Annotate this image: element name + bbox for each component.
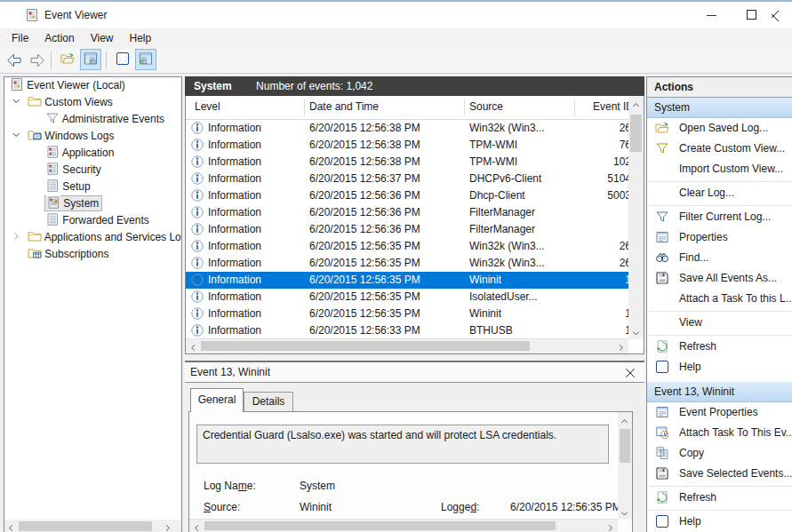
tree-item-label: Subscriptions [44, 248, 108, 260]
close-button[interactable] [772, 2, 792, 28]
maximize-button[interactable] [732, 2, 772, 28]
scroll-left-icon[interactable] [187, 339, 200, 353]
menu-file[interactable]: File [4, 28, 36, 48]
open-saved-log-button[interactable] [57, 49, 78, 70]
event-row[interactable]: Information6/20/2015 12:56:35 PMWin32k (… [186, 255, 644, 272]
column-separator[interactable] [304, 99, 305, 116]
action-filter-current-log[interactable]: Filter Current Log... [647, 207, 792, 227]
scroll-left-icon[interactable] [4, 520, 18, 532]
minimize-button[interactable] [692, 2, 732, 28]
tree-item-administrative-events[interactable]: Administrative Events [4, 111, 181, 128]
preview-title: Event 13, Wininit [190, 366, 270, 378]
action-label: Filter Current Log... [679, 210, 771, 223]
tree-item-system[interactable]: System [4, 195, 181, 212]
tree-hscroll-thumb[interactable] [19, 521, 152, 531]
list-vertical-scrollbar[interactable] [628, 96, 644, 339]
tree-item-label: Windows Logs [44, 130, 114, 142]
event-id: 26 [559, 255, 631, 272]
detail-vertical-scrollbar[interactable] [618, 412, 632, 520]
tree-item-setup[interactable]: Setup [4, 179, 181, 195]
action-help[interactable]: ?Help [647, 357, 792, 377]
svg-text:?: ? [120, 53, 125, 65]
event-row[interactable]: Information6/20/2015 12:56:38 PMWin32k (… [186, 120, 644, 137]
action-label: Attach Task To This Ev... [679, 426, 792, 439]
tree-item-application[interactable]: Application [4, 145, 181, 162]
event-row[interactable]: Information6/20/2015 12:56:33 PMBTHUSB1 [186, 322, 644, 339]
info-icon [190, 155, 204, 169]
action-refresh[interactable]: Refresh [647, 337, 792, 357]
event-row-selected[interactable]: Information6/20/2015 12:56:35 PMWininit1 [186, 272, 644, 289]
column-separator[interactable] [574, 99, 575, 116]
scroll-left-icon[interactable] [190, 520, 204, 532]
tree-item-event-viewer-local[interactable]: Event Viewer (Local) [4, 77, 181, 94]
event-row[interactable]: Information6/20/2015 12:56:36 PMFilterMa… [186, 221, 644, 238]
list-vscroll-thumb[interactable] [630, 115, 642, 152]
help-button[interactable]: ? [112, 49, 133, 70]
action-create-custom-view[interactable]: Create Custom View... [647, 139, 792, 159]
title-bar: Event Viewer [0, 2, 792, 28]
column-separator[interactable] [464, 99, 465, 116]
event-row[interactable]: Information6/20/2015 12:56:35 PMIsolated… [186, 289, 644, 306]
tree-item-windows-logs[interactable]: Windows Logs [4, 128, 181, 145]
detail-hscroll-thumb[interactable] [204, 521, 556, 530]
action-attach-a-task-to-this-l[interactable]: Attach a Task To this L... [647, 289, 792, 309]
action-event-properties[interactable]: Event Properties [647, 402, 792, 423]
tree-item-forwarded-events[interactable]: Forwarded Events [4, 212, 181, 229]
scroll-down-icon[interactable] [618, 505, 631, 519]
event-row[interactable]: Information6/20/2015 12:56:35 PMWininit1 [186, 306, 644, 322]
tab-general[interactable]: General [190, 388, 244, 412]
list-horizontal-scrollbar[interactable] [186, 338, 628, 353]
event-row[interactable]: Information6/20/2015 12:56:38 PMTPM-WMI1… [186, 154, 644, 171]
action-properties[interactable]: Properties [647, 227, 792, 248]
event-row[interactable]: Information6/20/2015 12:56:35 PMWin32k (… [186, 238, 644, 255]
scroll-right-icon[interactable] [604, 520, 617, 532]
event-row[interactable]: Information6/20/2015 12:56:36 PMFilterMa… [186, 204, 644, 221]
detail-horizontal-scrollbar[interactable] [189, 519, 618, 532]
column-header-level[interactable]: Level [195, 100, 220, 113]
scroll-down-icon[interactable] [629, 325, 643, 338]
column-header-source[interactable]: Source [469, 100, 503, 113]
action-save-selected-events[interactable]: Save Selected Events... [647, 464, 792, 484]
action-save-all-events-as[interactable]: Save All Events As... [647, 268, 792, 289]
back-button[interactable] [2, 49, 23, 70]
refresh-icon [655, 490, 669, 504]
scroll-right-icon[interactable] [614, 339, 628, 353]
tab-details[interactable]: Details [244, 392, 293, 412]
scroll-up-icon[interactable] [618, 413, 631, 426]
chevron-down-icon[interactable] [11, 129, 22, 139]
action-refresh[interactable]: Refresh [647, 488, 792, 508]
action-find[interactable]: Find... [647, 248, 792, 268]
close-preview-icon[interactable] [624, 367, 636, 379]
chevron-right-icon[interactable] [11, 230, 22, 241]
list-hscroll-thumb[interactable] [201, 341, 530, 351]
menu-help[interactable]: Help [122, 28, 160, 48]
action-open-saved-log[interactable]: Open Saved Log... [647, 118, 792, 139]
chevron-down-icon[interactable] [11, 95, 22, 106]
forward-button[interactable] [25, 49, 46, 70]
action-help[interactable]: ?Help [647, 512, 792, 532]
action-view[interactable]: View [647, 313, 792, 333]
scroll-right-icon[interactable] [161, 520, 174, 532]
detail-vscroll-thumb[interactable] [620, 429, 630, 463]
event-count: Number of events: 1,042 [256, 80, 372, 92]
log-plain-icon [45, 179, 60, 193]
tree-item-custom-views[interactable]: Custom Views [4, 94, 181, 111]
show-hide-console-tree-button[interactable] [80, 49, 101, 70]
action-attach-task-to-this-ev[interactable]: Attach Task To This Ev... [647, 423, 792, 443]
event-row[interactable]: Information6/20/2015 12:56:36 PMDhcp-Cli… [186, 187, 644, 204]
action-copy[interactable]: Copy [647, 443, 792, 464]
show-hide-action-pane-button[interactable] [135, 49, 156, 70]
action-clear-log[interactable]: Clear Log... [647, 183, 792, 203]
event-row[interactable]: Information6/20/2015 12:56:37 PMDHCPv6-C… [186, 171, 644, 187]
tree-horizontal-scrollbar[interactable] [4, 520, 181, 532]
scroll-up-icon[interactable] [629, 97, 643, 110]
event-row[interactable]: Information6/20/2015 12:56:38 PMTPM-WMI7… [186, 137, 644, 154]
column-header-date-and-time[interactable]: Date and Time [309, 100, 379, 113]
tree-item-subscriptions[interactable]: Subscriptions [4, 246, 181, 263]
action-import-custom-view[interactable]: Import Custom View... [647, 159, 792, 179]
tree-item-security[interactable]: Security [4, 162, 181, 179]
close-icon [772, 9, 780, 23]
tree-item-applications-and-services-lo[interactable]: Applications and Services Lo [4, 229, 181, 246]
menu-action[interactable]: Action [36, 28, 82, 48]
menu-view[interactable]: View [83, 28, 122, 48]
